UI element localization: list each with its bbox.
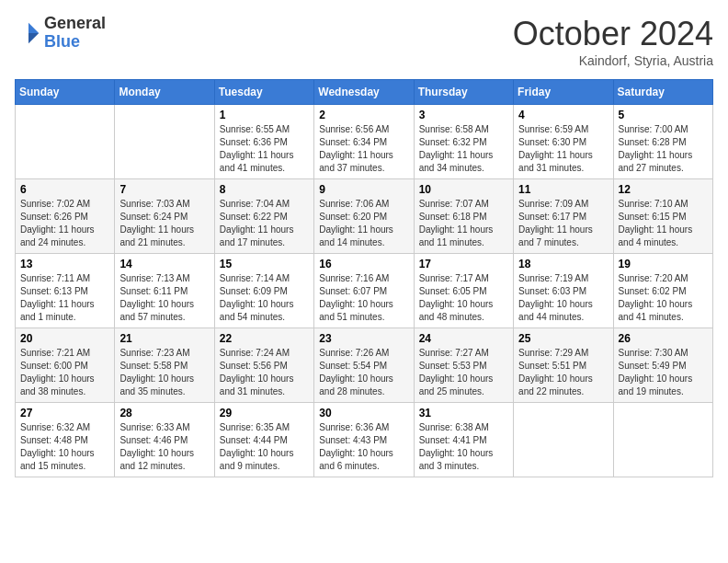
- calendar-cell: 30Sunrise: 6:36 AM Sunset: 4:43 PM Dayli…: [314, 403, 414, 477]
- day-number: 6: [20, 183, 109, 196]
- day-number: 22: [220, 332, 309, 345]
- day-info: Sunrise: 7:13 AM Sunset: 6:11 PM Dayligh…: [119, 272, 209, 324]
- calendar-cell: 15Sunrise: 7:14 AM Sunset: 6:09 PM Dayli…: [214, 254, 313, 328]
- day-number: 19: [619, 258, 708, 270]
- day-info: Sunrise: 7:16 AM Sunset: 6:07 PM Dayligh…: [319, 272, 408, 324]
- calendar-cell: 23Sunrise: 7:26 AM Sunset: 5:54 PM Dayli…: [314, 328, 414, 403]
- day-info: Sunrise: 7:03 AM Sunset: 6:24 PM Dayligh…: [119, 198, 209, 249]
- calendar-cell: 1Sunrise: 6:55 AM Sunset: 6:36 PM Daylig…: [214, 105, 313, 179]
- calendar-cell: 12Sunrise: 7:10 AM Sunset: 6:15 PM Dayli…: [613, 179, 712, 254]
- day-number: 27: [20, 407, 109, 419]
- logo: General Blue: [15, 15, 106, 52]
- day-number: 20: [20, 332, 109, 345]
- day-info: Sunrise: 7:04 AM Sunset: 6:22 PM Dayligh…: [220, 198, 309, 249]
- day-number: 9: [319, 183, 408, 196]
- calendar-cell: 2Sunrise: 6:56 AM Sunset: 6:34 PM Daylig…: [314, 105, 414, 179]
- day-info: Sunrise: 7:19 AM Sunset: 6:03 PM Dayligh…: [518, 272, 608, 324]
- calendar-header: SundayMondayTuesdayWednesdayThursdayFrid…: [16, 80, 713, 105]
- day-number: 5: [619, 109, 708, 121]
- day-number: 28: [119, 407, 209, 419]
- day-number: 15: [220, 258, 309, 270]
- day-number: 10: [419, 183, 508, 196]
- month-title: October 2024: [513, 15, 713, 53]
- calendar-cell: 28Sunrise: 6:33 AM Sunset: 4:46 PM Dayli…: [115, 403, 214, 477]
- calendar-week-row: 13Sunrise: 7:11 AM Sunset: 6:13 PM Dayli…: [16, 254, 713, 328]
- day-info: Sunrise: 7:11 AM Sunset: 6:13 PM Dayligh…: [20, 272, 109, 324]
- calendar-cell: [115, 105, 214, 179]
- calendar-cell: 13Sunrise: 7:11 AM Sunset: 6:13 PM Dayli…: [16, 254, 115, 328]
- day-info: Sunrise: 7:23 AM Sunset: 5:58 PM Dayligh…: [119, 347, 209, 398]
- calendar-cell: 10Sunrise: 7:07 AM Sunset: 6:18 PM Dayli…: [414, 179, 513, 254]
- svg-marker-0: [28, 23, 39, 33]
- day-info: Sunrise: 7:29 AM Sunset: 5:51 PM Dayligh…: [518, 347, 608, 398]
- logo-blue: Blue: [44, 33, 106, 52]
- day-number: 13: [20, 258, 109, 270]
- day-number: 16: [319, 258, 408, 270]
- calendar-cell: 22Sunrise: 7:24 AM Sunset: 5:56 PM Dayli…: [214, 328, 313, 403]
- day-info: Sunrise: 6:55 AM Sunset: 6:36 PM Dayligh…: [220, 123, 309, 175]
- svg-marker-1: [28, 33, 39, 43]
- day-number: 8: [220, 183, 309, 196]
- day-info: Sunrise: 7:06 AM Sunset: 6:20 PM Dayligh…: [319, 198, 408, 249]
- weekday-header: Saturday: [613, 80, 712, 105]
- day-number: 12: [619, 183, 708, 196]
- logo-icon: [15, 19, 42, 47]
- calendar-cell: 7Sunrise: 7:03 AM Sunset: 6:24 PM Daylig…: [115, 179, 214, 254]
- calendar-cell: [16, 105, 115, 179]
- day-info: Sunrise: 6:58 AM Sunset: 6:32 PM Dayligh…: [419, 123, 508, 175]
- day-number: 14: [119, 258, 209, 270]
- day-number: 24: [419, 332, 508, 345]
- calendar-cell: 3Sunrise: 6:58 AM Sunset: 6:32 PM Daylig…: [414, 105, 513, 179]
- page-header: General Blue October 2024 Kaindorf, Styr…: [15, 15, 713, 68]
- calendar-cell: 11Sunrise: 7:09 AM Sunset: 6:17 PM Dayli…: [514, 179, 613, 254]
- calendar-cell: 16Sunrise: 7:16 AM Sunset: 6:07 PM Dayli…: [314, 254, 414, 328]
- day-number: 7: [119, 183, 209, 196]
- day-info: Sunrise: 7:27 AM Sunset: 5:53 PM Dayligh…: [419, 347, 508, 398]
- day-number: 3: [419, 109, 508, 121]
- day-info: Sunrise: 7:14 AM Sunset: 6:09 PM Dayligh…: [220, 272, 309, 324]
- day-number: 4: [518, 109, 608, 121]
- logo-general: General: [44, 15, 106, 33]
- location-subtitle: Kaindorf, Styria, Austria: [513, 53, 713, 68]
- day-number: 23: [319, 332, 408, 345]
- day-number: 11: [518, 183, 608, 196]
- calendar-week-row: 1Sunrise: 6:55 AM Sunset: 6:36 PM Daylig…: [16, 105, 713, 179]
- day-number: 25: [518, 332, 608, 345]
- day-number: 21: [119, 332, 209, 345]
- day-info: Sunrise: 7:00 AM Sunset: 6:28 PM Dayligh…: [619, 123, 708, 175]
- weekday-header: Wednesday: [314, 80, 414, 105]
- day-info: Sunrise: 6:36 AM Sunset: 4:43 PM Dayligh…: [319, 421, 408, 473]
- calendar-cell: 24Sunrise: 7:27 AM Sunset: 5:53 PM Dayli…: [414, 328, 513, 403]
- calendar-cell: 8Sunrise: 7:04 AM Sunset: 6:22 PM Daylig…: [214, 179, 313, 254]
- weekday-header: Tuesday: [214, 80, 313, 105]
- calendar-table: SundayMondayTuesdayWednesdayThursdayFrid…: [15, 79, 713, 477]
- day-info: Sunrise: 6:56 AM Sunset: 6:34 PM Dayligh…: [319, 123, 408, 175]
- weekday-header: Thursday: [414, 80, 513, 105]
- day-info: Sunrise: 7:07 AM Sunset: 6:18 PM Dayligh…: [419, 198, 508, 249]
- calendar-cell: 31Sunrise: 6:38 AM Sunset: 4:41 PM Dayli…: [414, 403, 513, 477]
- day-number: 29: [220, 407, 309, 419]
- day-info: Sunrise: 7:20 AM Sunset: 6:02 PM Dayligh…: [619, 272, 708, 324]
- calendar-cell: 29Sunrise: 6:35 AM Sunset: 4:44 PM Dayli…: [214, 403, 313, 477]
- calendar-cell: 26Sunrise: 7:30 AM Sunset: 5:49 PM Dayli…: [613, 328, 712, 403]
- day-info: Sunrise: 7:21 AM Sunset: 6:00 PM Dayligh…: [20, 347, 109, 398]
- day-info: Sunrise: 7:02 AM Sunset: 6:26 PM Dayligh…: [20, 198, 109, 249]
- calendar-cell: 21Sunrise: 7:23 AM Sunset: 5:58 PM Dayli…: [115, 328, 214, 403]
- day-number: 1: [220, 109, 309, 121]
- day-number: 2: [319, 109, 408, 121]
- day-number: 31: [419, 407, 508, 419]
- day-info: Sunrise: 6:59 AM Sunset: 6:30 PM Dayligh…: [518, 123, 608, 175]
- day-number: 30: [319, 407, 408, 419]
- day-number: 18: [518, 258, 608, 270]
- day-info: Sunrise: 6:32 AM Sunset: 4:48 PM Dayligh…: [20, 421, 109, 473]
- day-info: Sunrise: 6:35 AM Sunset: 4:44 PM Dayligh…: [220, 421, 309, 473]
- day-info: Sunrise: 7:24 AM Sunset: 5:56 PM Dayligh…: [220, 347, 309, 398]
- calendar-cell: 4Sunrise: 6:59 AM Sunset: 6:30 PM Daylig…: [514, 105, 613, 179]
- calendar-cell: 6Sunrise: 7:02 AM Sunset: 6:26 PM Daylig…: [16, 179, 115, 254]
- weekday-header: Friday: [514, 80, 613, 105]
- calendar-cell: 14Sunrise: 7:13 AM Sunset: 6:11 PM Dayli…: [115, 254, 214, 328]
- calendar-cell: 25Sunrise: 7:29 AM Sunset: 5:51 PM Dayli…: [514, 328, 613, 403]
- logo-text: General Blue: [44, 15, 106, 52]
- day-info: Sunrise: 6:33 AM Sunset: 4:46 PM Dayligh…: [119, 421, 209, 473]
- calendar-cell: [613, 403, 712, 477]
